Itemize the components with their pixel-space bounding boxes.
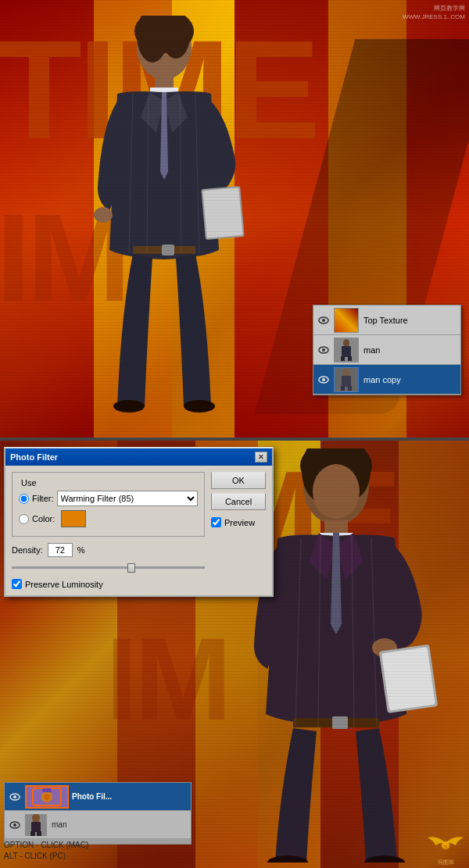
density-unit: %	[77, 545, 85, 555]
svg-rect-28	[342, 376, 351, 387]
dialog-close-button[interactable]: ✕	[255, 452, 267, 463]
bottom-layer-eye-photo-filter[interactable]	[8, 790, 22, 804]
color-radio[interactable]	[19, 514, 29, 524]
preserve-luminosity-checkbox[interactable]	[12, 579, 22, 589]
bottom-layer-label-photo-filter: Photo Fil...	[72, 792, 112, 801]
filter-radio-row: Filter: Warming Filter (85)	[19, 491, 198, 506]
filter-radio[interactable]	[19, 494, 29, 504]
preserve-luminosity-label: Preserve Luminosity	[25, 580, 103, 589]
svg-rect-58	[31, 822, 41, 832]
layer-thumb-man-bottom	[25, 814, 47, 836]
preview-checkbox[interactable]	[211, 517, 221, 527]
density-value[interactable]: 72	[48, 543, 73, 557]
layer-name-man: man	[363, 345, 380, 355]
option-click-line2: ALT - CLICK (PC)	[4, 851, 88, 862]
svg-point-18	[322, 319, 325, 322]
layer-eye-top-texture[interactable]	[317, 313, 331, 327]
bottom-layer-man[interactable]: man	[5, 811, 191, 839]
layer-thumb-photo-filter	[25, 785, 69, 809]
svg-point-20	[322, 348, 325, 352]
layer-item-man-copy[interactable]: man copy	[313, 365, 460, 395]
layers-panel[interactable]: Top Texture man man copy	[313, 305, 461, 395]
svg-point-21	[343, 339, 349, 347]
color-swatch[interactable]	[61, 510, 86, 527]
layer-eye-man[interactable]	[317, 343, 331, 357]
layer-thumbnail-man-copy	[334, 367, 359, 392]
density-slider-track	[12, 566, 205, 569]
svg-point-8	[94, 207, 113, 223]
svg-rect-22	[342, 346, 351, 357]
svg-rect-23	[341, 356, 345, 361]
svg-point-35	[313, 464, 360, 519]
top-canvas-section: TIME IM	[0, 0, 469, 438]
svg-rect-29	[341, 386, 345, 391]
photoshop-canvas-top: TIME IM	[0, 0, 469, 438]
layer-name-man-copy: man copy	[363, 375, 401, 384]
svg-rect-40	[381, 647, 435, 710]
logo-badge: S 同图班	[426, 833, 465, 864]
svg-point-50	[13, 795, 16, 798]
svg-point-12	[184, 400, 215, 413]
svg-rect-24	[348, 356, 352, 361]
svg-text:S: S	[444, 845, 447, 849]
preview-label: Preview	[224, 518, 255, 527]
svg-rect-42	[332, 716, 348, 729]
dialog-title: Photo Filter	[10, 452, 58, 462]
density-slider-thumb[interactable]	[127, 563, 135, 573]
watermark-top: 网页教学网 WWW.JRESS.1..COM	[403, 4, 465, 21]
photo-filter-dialog[interactable]: Photo Filter ✕ Use Filter: Warming Filte…	[4, 447, 274, 597]
ok-button[interactable]: OK	[211, 472, 266, 489]
bottom-layer-label-man: man	[52, 820, 66, 829]
use-group-box: Use Filter: Warming Filter (85) Color:	[12, 472, 205, 537]
svg-point-56	[13, 823, 16, 827]
layer-thumbnail-man	[334, 338, 359, 363]
color-label: Color:	[32, 514, 55, 523]
filter-select[interactable]: Warming Filter (85)	[57, 491, 199, 506]
layer-item-man[interactable]: man	[313, 335, 460, 365]
dialog-titlebar: Photo Filter ✕	[5, 448, 272, 466]
layer-eye-man-copy[interactable]	[317, 373, 331, 387]
dialog-right-buttons: OK Cancel Preview	[211, 472, 266, 589]
svg-rect-54	[42, 788, 52, 792]
density-row: Density: 72 %	[12, 543, 205, 557]
svg-point-26	[322, 378, 325, 381]
svg-rect-30	[348, 386, 352, 391]
layer-thumbnail-top-texture	[334, 308, 359, 333]
preserve-luminosity-row: Preserve Luminosity	[12, 579, 205, 589]
svg-point-11	[113, 400, 145, 413]
color-radio-row: Color:	[19, 510, 198, 527]
layer-name-top-texture: Top Texture	[363, 316, 408, 325]
density-label: Density:	[12, 545, 43, 555]
density-slider-container	[12, 562, 205, 574]
filter-label: Filter:	[32, 494, 54, 503]
bottom-layers-panel[interactable]: Photo Fil... man	[4, 782, 192, 845]
svg-point-57	[32, 814, 40, 823]
use-group-title: Use	[19, 478, 39, 488]
bottom-canvas-section: TIME IM	[0, 441, 469, 868]
option-alt-click-instructions: OPTION - CLICK (MAC) ALT - CLICK (PC)	[4, 840, 88, 862]
svg-rect-10	[162, 245, 174, 255]
layer-item-top-texture[interactable]: Top Texture	[313, 305, 460, 335]
preview-row: Preview	[211, 517, 266, 527]
photoshop-canvas-bottom: TIME IM	[0, 441, 469, 868]
dialog-body: Use Filter: Warming Filter (85) Color:	[5, 466, 272, 595]
logo-text: 同图班	[438, 859, 454, 866]
logo-wings-icon: S	[426, 831, 465, 859]
man-figure	[63, 16, 266, 414]
svg-rect-7	[202, 188, 242, 238]
svg-rect-59	[30, 831, 35, 836]
bottom-layer-eye-man[interactable]	[8, 818, 22, 832]
svg-point-27	[343, 369, 349, 377]
dialog-left-controls: Use Filter: Warming Filter (85) Color:	[12, 472, 205, 589]
cancel-button[interactable]: Cancel	[211, 493, 266, 510]
bottom-layer-photo-filter[interactable]: Photo Fil...	[5, 783, 191, 811]
svg-rect-60	[37, 831, 41, 836]
option-click-line1: OPTION - CLICK (MAC)	[4, 840, 88, 851]
svg-point-53	[44, 794, 50, 800]
